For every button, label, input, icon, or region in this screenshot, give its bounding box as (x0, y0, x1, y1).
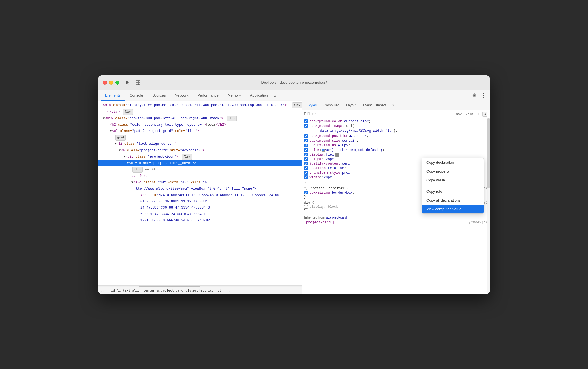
menu-view-computed[interactable]: View computed value (422, 205, 484, 213)
breadcrumb-dots[interactable]: ... (101, 288, 107, 293)
more-tabs-button[interactable]: » (272, 91, 278, 100)
dom-pseudo-before[interactable]: ::before (98, 173, 302, 179)
tab-event-listeners[interactable]: Event Listeners (360, 101, 390, 110)
prop-checkbox[interactable] (304, 175, 308, 179)
css-selector[interactable]: *, ::after, ::before { (304, 186, 349, 190)
prop-checkbox[interactable] (304, 148, 308, 152)
css-prop-border-radius[interactable]: border-radius: ▶ 6px; (304, 143, 487, 148)
tab-console[interactable]: Console (125, 90, 148, 101)
flex-badge[interactable]: flex (292, 102, 302, 108)
breadcrumb-div-icon[interactable]: div.project-icon (185, 289, 215, 292)
prop-checkbox[interactable] (304, 144, 308, 147)
tab-computed[interactable]: Computed (320, 101, 342, 110)
dom-scrollbar-thumb[interactable] (139, 286, 200, 287)
dom-line[interactable]: ▼<svg height="48" width="48" xmlns="h (98, 179, 302, 186)
hov-button[interactable]: :hov (453, 112, 463, 116)
breadcrumb-a[interactable]: a.project-card (157, 289, 183, 292)
grid-visual-icon[interactable] (335, 153, 339, 157)
prop-checkbox[interactable] (304, 162, 308, 165)
inherited-selector[interactable]: a.project-card (326, 215, 347, 219)
menu-copy-declaration[interactable]: Copy declaration (422, 158, 484, 167)
tab-sources[interactable]: Sources (148, 90, 170, 101)
prop-checkbox[interactable] (304, 124, 308, 128)
cursor-icon[interactable] (124, 79, 132, 87)
cls-button[interactable]: .cls (464, 112, 474, 116)
prop-checkbox[interactable] (304, 191, 308, 194)
minimize-button[interactable] (109, 81, 113, 85)
tab-performance[interactable]: Performance (193, 90, 223, 101)
prop-checkbox[interactable] (304, 157, 308, 161)
breadcrumb-di[interactable]: di (218, 289, 221, 292)
css-prop-background-image[interactable]: background-image: url( (304, 124, 487, 128)
add-style-button[interactable]: + (477, 112, 479, 116)
settings-icon[interactable] (470, 91, 478, 99)
breadcrumb-li[interactable]: li.text-align-center (117, 289, 155, 292)
tab-memory[interactable]: Memory (223, 90, 246, 101)
tab-application[interactable]: Application (246, 90, 273, 101)
dom-line[interactable]: <path d="M24 0.666748C11.12 0.666748 0.6… (98, 192, 302, 198)
css-val-link-line[interactable]: data:image/svg+xml,%3Csvg_width='1… ); (304, 128, 487, 134)
devtools-tabs: Elements Console Sources Network Perform… (98, 90, 490, 101)
flex-badge2[interactable]: flex (123, 109, 133, 115)
menu-copy-rule[interactable]: Copy rule (422, 187, 484, 196)
prop-checkbox[interactable] (304, 166, 308, 170)
flex-badge3[interactable]: flex (227, 116, 237, 121)
close-button[interactable] (103, 81, 107, 85)
tab-elements[interactable]: Elements (101, 90, 125, 101)
tab-styles[interactable]: Styles (304, 101, 320, 110)
styles-scrollbar[interactable] (487, 118, 490, 294)
tab-network[interactable]: Network (170, 90, 193, 101)
menu-copy-value[interactable]: Copy value (422, 176, 484, 184)
prop-checkbox[interactable] (304, 153, 308, 156)
css-prop-display[interactable]: display: flex ; (304, 152, 487, 157)
prop-checkbox[interactable] (304, 171, 308, 175)
prop-checkbox[interactable] (304, 139, 308, 142)
dom-line[interactable]: ttp://www.w3.org/2000/svg" viewBox="0 0 … (98, 186, 302, 192)
dom-panel: <div class="display-flex pad-bottom-300 … (98, 101, 302, 294)
prop-checkbox[interactable] (304, 134, 308, 138)
styles-scrollbar-thumb[interactable] (487, 118, 490, 188)
css-selector2[interactable]: div { (304, 201, 314, 205)
breadcrumb-rid[interactable]: rid (109, 289, 115, 292)
dom-scrollbar[interactable] (98, 285, 302, 287)
breadcrumb-bar: ... rid li.text-align-center a.project-c… (98, 287, 302, 294)
breadcrumb-dots-end[interactable]: ... (224, 288, 230, 293)
dom-line[interactable]: flex == $0 (98, 166, 302, 173)
prop-checkbox[interactable] (304, 205, 308, 209)
maximize-button[interactable] (115, 81, 119, 85)
dom-line[interactable]: ▼<div class="project-icon"> flex (98, 154, 302, 160)
dom-line[interactable]: 1201 36.88 0.666748 24 0.666748ZM2 (98, 217, 302, 224)
collapse-button[interactable]: ◀ (482, 112, 487, 117)
inspect-icon[interactable] (134, 79, 142, 87)
dom-line[interactable]: ▼<li class="text-align-center"> (98, 141, 302, 147)
dom-line-selected[interactable]: ▼<div class="project-icon__cover"> (98, 160, 302, 166)
styles-more-button[interactable]: » (391, 102, 395, 109)
dom-line[interactable]: <div class="display-flex pad-bottom-300 … (98, 102, 302, 109)
flex-badge5[interactable]: flex (132, 167, 143, 173)
dom-line[interactable]: </div> flex (98, 109, 302, 115)
tab-layout[interactable]: Layout (343, 101, 360, 110)
dom-line[interactable]: <h2 class="color-secondary-text type--ey… (98, 122, 302, 128)
dom-content[interactable]: <div class="display-flex pad-bottom-300 … (98, 101, 302, 285)
filter-input[interactable] (304, 112, 451, 116)
more-options-icon[interactable]: ⋮ (479, 91, 487, 99)
main-content: <div class="display-flex pad-bottom-300 … (98, 101, 490, 294)
css-prop-background-position[interactable]: background-position: ▶ center; (304, 134, 487, 139)
dom-line[interactable]: 6.8801 47.3334 24.0001C47.3334 11. (98, 211, 302, 217)
css-prop-color[interactable]: color: var(--color-project-default); (304, 148, 487, 152)
dom-line[interactable]: 24 47.3334C36.88 47.3334 47.3334 3 (98, 205, 302, 211)
css-prop-background-size[interactable]: background-size: contain; (304, 139, 487, 143)
css-prop-background-color[interactable]: background-color: currentColor; (304, 119, 487, 124)
project-card-selector[interactable]: .project-card { (304, 221, 335, 225)
menu-copy-property[interactable]: Copy property (422, 167, 484, 176)
prop-checkbox[interactable] (304, 119, 308, 123)
menu-copy-all-declarations[interactable]: Copy all declarations (422, 196, 484, 205)
dom-line[interactable]: ▼<ul class="pad-0 project-grid" role="li… (98, 128, 302, 134)
grid-badge[interactable]: grid (115, 135, 126, 141)
flex-badge4[interactable]: flex (182, 154, 192, 160)
dom-line[interactable]: 01C0.666687 36.8801 11.12 47.3334 (98, 198, 302, 205)
dom-line[interactable]: ▼<div class="gap-top-300 pad-left-400 pa… (98, 115, 302, 122)
color-swatch[interactable] (322, 149, 325, 152)
dom-line[interactable]: grid (98, 134, 302, 141)
dom-line[interactable]: ▼<a class="project-card" href="devtools/… (98, 147, 302, 154)
